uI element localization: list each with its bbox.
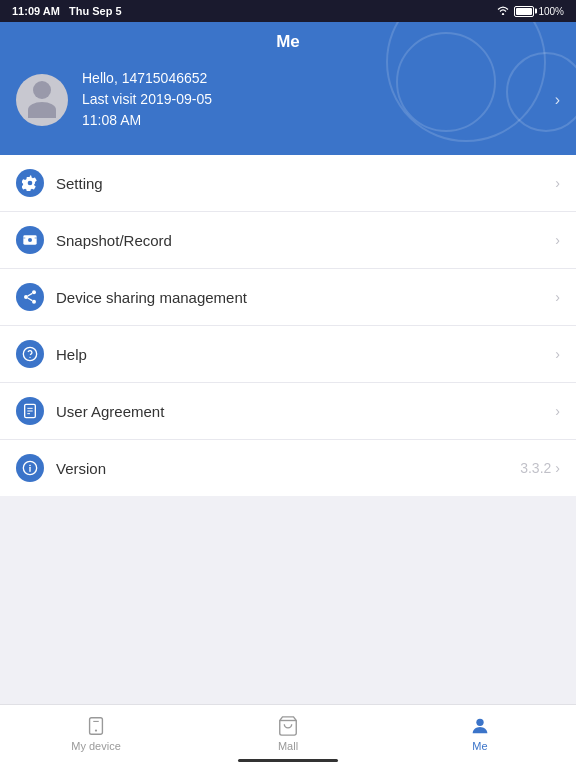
setting-right: ›: [555, 175, 560, 191]
tab-my-device[interactable]: My device: [0, 715, 192, 758]
version-label: Version: [56, 460, 106, 477]
user-greeting: Hello, 14715046652: [82, 68, 212, 89]
svg-line-6: [28, 298, 33, 301]
svg-point-5: [32, 300, 36, 304]
svg-rect-18: [90, 718, 103, 735]
user-last-time: 11:08 AM: [82, 110, 212, 131]
wifi-icon: [496, 5, 510, 18]
status-icons: 100%: [496, 5, 564, 18]
user-agreement-right: ›: [555, 403, 560, 419]
menu-item-help[interactable]: Help ›: [0, 326, 576, 383]
my-device-icon: [85, 715, 107, 737]
version-chevron-icon: ›: [555, 460, 560, 476]
home-indicator: [238, 759, 338, 762]
avatar: [16, 74, 68, 126]
status-bar: 11:09 AM Thu Sep 5 100%: [0, 0, 576, 22]
snapshot-right: ›: [555, 232, 560, 248]
gear-icon: [22, 175, 38, 191]
user-info-left: Hello, 14715046652 Last visit 2019-09-05…: [16, 68, 212, 131]
bg-decoration-2: [396, 32, 496, 132]
tab-my-device-label: My device: [71, 740, 121, 752]
me-icon: [469, 715, 491, 737]
svg-point-17: [29, 465, 30, 466]
tab-mall[interactable]: Mall: [192, 715, 384, 758]
menu-item-device-sharing[interactable]: Device sharing management ›: [0, 269, 576, 326]
user-agreement-icon-bg: [16, 397, 44, 425]
svg-point-4: [24, 295, 28, 299]
record-icon: [22, 232, 38, 248]
device-sharing-chevron-icon: ›: [555, 289, 560, 305]
user-agreement-label: User Agreement: [56, 403, 164, 420]
help-chevron-icon: ›: [555, 346, 560, 362]
help-label: Help: [56, 346, 87, 363]
status-time: 11:09 AM Thu Sep 5: [12, 5, 122, 17]
svg-line-7: [28, 293, 33, 296]
user-agreement-chevron-icon: ›: [555, 403, 560, 419]
svg-point-19: [95, 729, 97, 731]
menu-item-version[interactable]: Version 3.3.2 ›: [0, 440, 576, 496]
tab-mall-label: Mall: [278, 740, 298, 752]
user-text: Hello, 14715046652 Last visit 2019-09-05…: [82, 68, 212, 131]
tab-me[interactable]: Me: [384, 715, 576, 758]
menu-list: Setting › Snapshot/Record ›: [0, 155, 576, 496]
device-sharing-icon-bg: [16, 283, 44, 311]
bg-decoration-3: [506, 52, 576, 132]
menu-item-setting[interactable]: Setting ›: [0, 155, 576, 212]
header: Me Hello, 14715046652 Last visit 2019-09…: [0, 22, 576, 155]
setting-label: Setting: [56, 175, 103, 192]
version-right: 3.3.2 ›: [520, 460, 560, 476]
version-icon-bg: [16, 454, 44, 482]
menu-item-snapshot[interactable]: Snapshot/Record ›: [0, 212, 576, 269]
svg-point-2: [28, 238, 32, 242]
help-icon: [22, 346, 38, 362]
setting-icon-bg: [16, 169, 44, 197]
snapshot-chevron-icon: ›: [555, 232, 560, 248]
svg-point-3: [32, 290, 36, 294]
page-title: Me: [276, 32, 300, 51]
snapshot-label: Snapshot/Record: [56, 232, 172, 249]
battery-icon: [514, 6, 534, 17]
menu-item-user-agreement[interactable]: User Agreement ›: [0, 383, 576, 440]
info-icon: [22, 460, 38, 476]
svg-point-0: [502, 13, 504, 15]
svg-point-9: [29, 357, 30, 358]
setting-chevron-icon: ›: [555, 175, 560, 191]
help-icon-bg: [16, 340, 44, 368]
tab-me-label: Me: [472, 740, 487, 752]
user-last-visit: Last visit 2019-09-05: [82, 89, 212, 110]
document-icon: [22, 403, 38, 419]
version-value: 3.3.2: [520, 460, 551, 476]
snapshot-icon-bg: [16, 226, 44, 254]
svg-point-22: [476, 719, 483, 726]
share-icon: [22, 289, 38, 305]
device-sharing-right: ›: [555, 289, 560, 305]
help-right: ›: [555, 346, 560, 362]
device-sharing-label: Device sharing management: [56, 289, 247, 306]
tab-bar: My device Mall Me: [0, 704, 576, 768]
mall-icon: [277, 715, 299, 737]
